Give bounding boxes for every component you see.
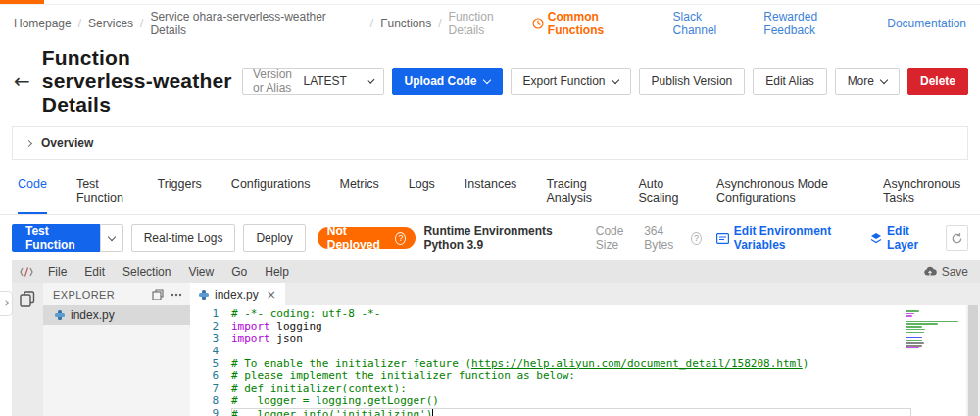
- chevron-down-icon: [107, 232, 115, 240]
- menu-selection[interactable]: Selection: [114, 265, 179, 279]
- save-button[interactable]: Save: [923, 265, 968, 279]
- line-content: import logging: [231, 321, 911, 334]
- test-function-dropdown[interactable]: [100, 224, 123, 252]
- page: Homepage/Services/Service ohara-serverle…: [0, 0, 980, 416]
- edit-alias-button[interactable]: Edit Alias: [753, 68, 826, 95]
- info-icon[interactable]: ?: [691, 232, 702, 245]
- edit-environment-variables-link[interactable]: Edit Environment Variables: [716, 224, 856, 252]
- token: # -*- coding: utf-8 -*-: [231, 307, 380, 320]
- deploy-button[interactable]: Deploy: [243, 224, 305, 252]
- upload-code-button[interactable]: Upload Code: [392, 68, 503, 95]
- tab-auto-scaling[interactable]: Auto Scaling: [638, 167, 687, 214]
- minimap-line: [906, 342, 924, 344]
- menu-go[interactable]: Go: [222, 265, 256, 279]
- more-actions-icon[interactable]: [171, 293, 182, 297]
- more-label: More: [848, 74, 874, 88]
- explorer-file-index-py[interactable]: index.py: [43, 305, 190, 325]
- breadcrumb-item-functions[interactable]: Functions: [380, 17, 431, 30]
- edit-environment-variables-label: Edit Environment Variables: [734, 224, 856, 252]
- menu-help[interactable]: Help: [256, 265, 298, 279]
- export-function-button[interactable]: Export Function: [511, 68, 631, 95]
- close-tab-icon[interactable]: ×: [267, 288, 276, 301]
- editor-scrollbar[interactable]: [966, 305, 980, 416]
- refresh-button[interactable]: [946, 225, 968, 251]
- code-editor: FileEditSelectionViewGoHelp Save EXPLORE…: [12, 260, 980, 416]
- menu-edit[interactable]: Edit: [75, 265, 114, 279]
- test-function-button[interactable]: Test Function: [12, 224, 100, 252]
- slack-channel-link[interactable]: Slack Channel: [673, 10, 749, 37]
- line-content: import json: [231, 333, 911, 346]
- runtime-label: Runtime Environments: [423, 224, 552, 238]
- text-cursor: [432, 408, 433, 416]
- delete-button[interactable]: Delete: [907, 68, 968, 95]
- loading-progress-bar: [0, 0, 44, 4]
- cloud-upload-icon: [923, 266, 937, 277]
- common-functions-link[interactable]: Common Functions: [532, 10, 658, 37]
- tab-asynchronous-tasks[interactable]: Asynchronous Tasks: [883, 167, 962, 214]
- tab-code[interactable]: Code: [18, 167, 47, 214]
- tab-bar: CodeTest FunctionTriggersConfigurationsM…: [0, 167, 980, 215]
- breadcrumb-separator: /: [78, 17, 81, 30]
- toolbar: Test Function Real-time Logs Deploy Not …: [0, 215, 980, 260]
- version-alias-select-label: Version or Alias: [253, 68, 294, 95]
- tab-asynchronous-mode-configurations[interactable]: Asynchronous Mode Configurations: [716, 167, 854, 214]
- menu-file[interactable]: File: [39, 265, 75, 279]
- status-badge-label: Not Deployed: [327, 224, 390, 252]
- tab-test-function[interactable]: Test Function: [76, 167, 128, 214]
- help-icon[interactable]: ?: [395, 232, 406, 245]
- tab-metrics[interactable]: Metrics: [339, 167, 378, 214]
- code-area[interactable]: 1# -*- coding: utf-8 -*-2import logging3…: [190, 305, 980, 416]
- version-alias-select[interactable]: Version or Alias LATEST: [242, 68, 384, 95]
- token: https://help.aliyun.com/document_detail/…: [471, 357, 803, 370]
- token: # please implement the initializer funct…: [231, 369, 575, 382]
- tab-tracing-analysis[interactable]: Tracing Analysis: [546, 167, 609, 214]
- minimap-line: [906, 337, 922, 339]
- tab-triggers[interactable]: Triggers: [157, 167, 201, 214]
- breadcrumb-item-service-ohara-serverless-weather-details[interactable]: Service ohara-serverless-weather Details: [150, 10, 363, 37]
- edit-layer-label: Edit Layer: [887, 224, 931, 252]
- token: json: [270, 332, 303, 345]
- minimap-line: [906, 347, 919, 349]
- chevron-down-icon: [368, 76, 374, 83]
- line-content: # logger = logging.getLogger(): [231, 395, 911, 408]
- menu-view[interactable]: View: [179, 265, 222, 279]
- code-line-8[interactable]: 8# logger = logging.getLogger(): [190, 395, 980, 408]
- publish-version-button[interactable]: Publish Version: [639, 68, 746, 95]
- more-button[interactable]: More: [835, 68, 900, 95]
- runtime-environment: Runtime Environments Python 3.9: [423, 224, 580, 252]
- tab-instances[interactable]: Instances: [465, 167, 517, 214]
- token: # logger.info('initializing'): [231, 408, 432, 416]
- panel-collapse-handle[interactable]: [0, 291, 13, 316]
- minimap-line: [906, 340, 922, 342]
- tab-configurations[interactable]: Configurations: [231, 167, 311, 214]
- header-actions: Version or Alias LATEST Upload Code Expo…: [242, 68, 968, 95]
- overview-panel-toggle[interactable]: Overview: [12, 126, 968, 160]
- code-line-3[interactable]: 3import json: [190, 333, 980, 346]
- edit-layer-link[interactable]: Edit Layer: [870, 224, 931, 252]
- files-icon[interactable]: [18, 290, 37, 416]
- breadcrumb-separator: /: [140, 17, 143, 30]
- line-content: # logger.info('initializing'): [231, 408, 911, 416]
- back-arrow-button[interactable]: ←: [14, 71, 30, 91]
- breadcrumb-item-services[interactable]: Services: [88, 17, 133, 30]
- code-lines: 1# -*- coding: utf-8 -*-2import logging3…: [190, 308, 980, 416]
- line-number: 1: [190, 308, 231, 321]
- explorer-header: EXPLORER: [43, 283, 190, 305]
- tab-logs[interactable]: Logs: [409, 167, 435, 214]
- minimap[interactable]: [906, 310, 960, 349]
- scrollbar-thumb[interactable]: [968, 305, 978, 416]
- breadcrumb-item-homepage[interactable]: Homepage: [14, 17, 72, 30]
- test-function-split-button: Test Function: [12, 224, 123, 252]
- new-file-icon[interactable]: [152, 289, 164, 300]
- chevron-down-icon: [880, 75, 888, 83]
- realtime-logs-button[interactable]: Real-time Logs: [131, 224, 236, 252]
- code-line-2[interactable]: 2import logging: [190, 321, 980, 334]
- token: # def initializer(context):: [231, 382, 407, 394]
- rewarded-feedback-link[interactable]: Rewarded Feedback: [763, 10, 871, 37]
- token: import: [231, 320, 270, 333]
- editor-tab-index-py[interactable]: index.py ×: [190, 283, 285, 305]
- refresh-icon: [951, 232, 963, 245]
- code-line-9[interactable]: 9# logger.info('initializing'): [190, 408, 980, 416]
- documentation-link[interactable]: Documentation: [887, 17, 966, 30]
- breadcrumb-separator: /: [370, 17, 373, 30]
